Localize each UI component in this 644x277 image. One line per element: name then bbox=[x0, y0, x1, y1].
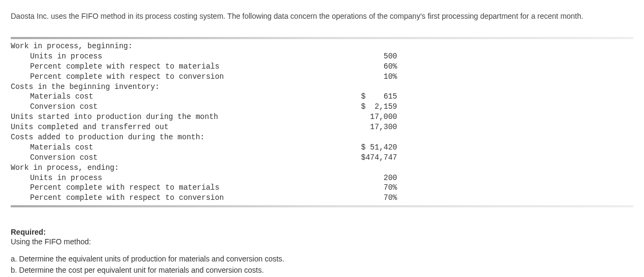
required-subheading: Using the FIFO method: bbox=[11, 237, 633, 246]
table-row: Costs added to production during the mon… bbox=[11, 132, 419, 143]
row-value: 17,000 bbox=[311, 112, 397, 122]
row-value: 200 bbox=[311, 173, 397, 183]
divider-bottom bbox=[11, 205, 633, 207]
table-row: Percent complete with respect to convers… bbox=[11, 72, 419, 82]
table-row: Work in process, beginning: bbox=[11, 41, 419, 51]
table-row: Percent complete with respect to materia… bbox=[11, 62, 419, 72]
required-item-b: b. Determine the cost per equivalent uni… bbox=[11, 265, 633, 276]
row-value: 17,300 bbox=[311, 122, 397, 132]
intro-paragraph: Daosta Inc. uses the FIFO method in its … bbox=[11, 11, 633, 22]
row-value: 10% bbox=[311, 72, 397, 82]
row-label: Units in process bbox=[11, 173, 311, 183]
table-row: Percent complete with respect to materia… bbox=[11, 183, 419, 193]
row-label: Work in process, beginning: bbox=[11, 41, 311, 51]
required-section: Required: Using the FIFO method: a. Dete… bbox=[11, 228, 633, 276]
row-value: $ 2,159 bbox=[311, 102, 397, 112]
table-row: Materials cost$ 51,420 bbox=[11, 143, 419, 153]
row-label: Costs in the beginning inventory: bbox=[11, 82, 311, 92]
row-value: 60% bbox=[311, 62, 397, 72]
row-value bbox=[311, 163, 397, 173]
row-label: Work in process, ending: bbox=[11, 163, 311, 173]
table-row: Units in process200 bbox=[11, 173, 419, 183]
table-row: Units completed and transferred out17,30… bbox=[11, 122, 419, 132]
row-value: $474,747 bbox=[311, 153, 397, 163]
table-row: Materials cost$ 615 bbox=[11, 92, 419, 102]
row-label: Percent complete with respect to materia… bbox=[11, 62, 311, 72]
row-value: 500 bbox=[311, 51, 397, 62]
row-label: Percent complete with respect to convers… bbox=[11, 193, 311, 203]
table-row: Conversion cost$474,747 bbox=[11, 153, 419, 163]
row-value: $ 615 bbox=[311, 92, 397, 102]
row-value: $ 51,420 bbox=[311, 143, 397, 153]
data-table: Work in process, beginning:Units in proc… bbox=[11, 41, 633, 203]
table-row: Units started into production during the… bbox=[11, 112, 419, 122]
table-row: Costs in the beginning inventory: bbox=[11, 82, 419, 92]
row-label: Units in process bbox=[11, 51, 311, 62]
row-label: Percent complete with respect to convers… bbox=[11, 72, 311, 82]
row-label: Percent complete with respect to materia… bbox=[11, 183, 311, 193]
required-item-a: a. Determine the equivalent units of pro… bbox=[11, 253, 633, 265]
row-value: 70% bbox=[311, 193, 397, 203]
table-row: Work in process, ending: bbox=[11, 163, 419, 173]
row-label: Materials cost bbox=[11, 143, 311, 153]
row-label: Materials cost bbox=[11, 92, 311, 102]
required-heading: Required: bbox=[11, 228, 633, 236]
row-value bbox=[311, 132, 397, 143]
row-label: Conversion cost bbox=[11, 102, 311, 112]
row-label: Conversion cost bbox=[11, 153, 311, 163]
table-row: Conversion cost$ 2,159 bbox=[11, 102, 419, 112]
row-label: Units started into production during the… bbox=[11, 112, 311, 122]
divider-top bbox=[11, 37, 633, 39]
row-value bbox=[311, 82, 397, 92]
data-region: Work in process, beginning:Units in proc… bbox=[11, 33, 633, 212]
row-label: Costs added to production during the mon… bbox=[11, 132, 311, 143]
row-value: 70% bbox=[311, 183, 397, 193]
table-row: Percent complete with respect to convers… bbox=[11, 193, 419, 203]
table-row: Units in process500 bbox=[11, 51, 419, 62]
row-label: Units completed and transferred out bbox=[11, 122, 311, 132]
row-value bbox=[311, 41, 397, 51]
